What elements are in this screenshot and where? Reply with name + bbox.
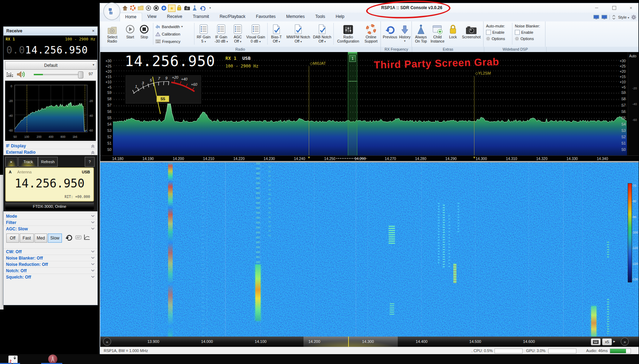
agc-row[interactable]: AGC: Slow [4,225,97,232]
app-menu-button[interactable] [103,2,120,20]
if-display-label[interactable]: IF Display [6,143,26,148]
cw-label[interactable]: CW: Off [6,249,21,254]
style-menu[interactable]: Style ▾ [618,15,629,19]
speaker-icon[interactable] [17,71,25,78]
mixer-icon[interactable] [6,72,13,77]
dab-notch-button[interactable]: DAB NotchOff ▾ [312,22,332,45]
tab-rec-playback[interactable]: Rec/Playback [214,13,250,21]
if-gain-button[interactable]: IF Gain-30 dB ▾ [212,22,230,45]
monitor-2-icon[interactable] [601,15,607,20]
taskbar-app-icon[interactable]: 2 [8,356,18,363]
screenshot-button[interactable]: Screenshot [460,22,483,45]
expand-icon[interactable] [91,221,95,223]
expand-icon[interactable] [91,250,95,253]
stop-button[interactable]: Stop [138,22,151,45]
auto-gain-label[interactable]: Auto [629,54,637,58]
waterfall-navigator[interactable]: 13.90014.00014.10014.20014.30014.40014.5… [100,337,639,347]
minimize-button[interactable] [591,5,602,11]
noise-blanker-label[interactable]: Noise Blanker: Off [6,256,43,261]
nav-keyboard-button[interactable] [591,338,601,345]
toolbar-more-icon[interactable]: ▾ [207,5,213,11]
expand-icon[interactable] [91,228,95,230]
close-button[interactable]: × [626,5,636,11]
squelch-label[interactable]: Squelch: Off [6,275,31,280]
favourite-star-icon[interactable]: ★ [168,5,175,12]
settings-gear-icon[interactable] [631,15,636,20]
marker-line-yl2sm[interactable] [474,76,474,155]
receive-panel-close-icon[interactable]: × [92,28,95,33]
support-ring-icon[interactable] [129,5,136,11]
squelch-row[interactable]: Squelch: Off [4,274,97,280]
if-display-row[interactable]: IF Display [4,142,97,149]
camera-icon[interactable] [184,5,190,11]
tab-receive[interactable]: Receive [162,13,187,21]
marker-line-mi0jat[interactable] [309,66,309,155]
rf-gain-button[interactable]: RF Gain5 ▾ [196,22,212,45]
history-button[interactable]: History▾ [398,22,411,45]
add-icon[interactable] [160,5,167,11]
agc-button-med[interactable]: Med [34,234,47,243]
agc-label[interactable]: AGC: Slow [6,226,28,231]
noise-reduction-row[interactable]: Noise Reduction: Off [4,261,97,268]
marker-yl2sm[interactable]: ◇YL2SM [475,71,491,76]
cw-row[interactable]: CW: Off [4,248,97,255]
bias-t-button[interactable]: Bias-TOff ▾ [269,22,284,45]
online-support-button[interactable]: OnlineSupport [362,22,380,45]
agc-button-fast[interactable]: Fast [20,234,34,243]
graph-settings-icon[interactable] [84,234,90,240]
tab-help[interactable]: Help [331,13,350,21]
collapse-ribbon-icon[interactable] [612,15,616,20]
refresh-button[interactable]: Refresh [38,157,58,167]
nav-expand-icon[interactable]: ▸ [613,339,615,344]
child-instance-button[interactable]: ChildInstance [429,22,446,45]
stop-icon[interactable] [153,5,159,11]
auto-mute-options[interactable]: Options [486,36,511,42]
tab-transmit[interactable]: Transmit [187,13,214,21]
select-radio-button[interactable]: SelectRadio [103,22,121,45]
marker-mi0jat[interactable]: ◇MI0JAT [310,61,326,66]
radio-configuration-button[interactable]: RadioConfiguration [335,22,362,45]
undo-icon[interactable] [199,5,206,11]
expand-icon[interactable] [91,276,95,278]
start-button[interactable]: Start [123,22,137,45]
taskbar-radio-icon[interactable] [48,355,57,364]
volume-thumb[interactable] [78,71,83,78]
tab-home[interactable]: Home [120,13,142,22]
visual-gain-button[interactable]: Visual Gain0 dB ▾ [245,22,266,45]
ext-play-button[interactable]: ► [5,157,18,167]
lock-icon[interactable] [176,5,183,11]
external-radio-label[interactable]: External Radio [6,150,36,155]
filter-row[interactable]: Filter [4,219,97,226]
tab-tools[interactable]: Tools [310,13,331,21]
spectrum-frequency-scale[interactable]: ▼ ▼ 14.18014.19014.20014.21014.22014.230… [100,155,639,161]
expand-icon[interactable] [91,257,95,259]
nav-scroll-right-button[interactable]: » [621,338,629,346]
collapse-icon[interactable] [91,151,95,154]
tab-favourites[interactable]: Favourites [251,13,281,21]
antenna-person-icon[interactable] [191,5,198,11]
noise-blanker-checkbox[interactable] [515,30,520,35]
maximize-button[interactable] [609,5,619,11]
noise-blanker-options[interactable]: Options [515,36,544,42]
calibration-button[interactable]: Calibration [155,30,183,38]
preset-dropdown[interactable]: Default ▾ [5,61,97,70]
rx-frequency-value[interactable]: 0.014.256.950 [6,44,88,56]
auto-mute-enable[interactable]: Enable [486,29,511,36]
noise-blanker-row[interactable]: Noise Blanker: Off [4,255,97,261]
filter-label[interactable]: Filter [6,220,16,225]
bandwidth-button[interactable]: Bandwidth▾ [155,23,183,30]
mwfm-notch-button[interactable]: MW/FM NotchOff ▾ [285,22,312,45]
spectrum-display[interactable]: +30+25+20+15+10+5S9S8S7S6S5S4S3S2S1S0 +3… [100,52,639,155]
rx-frequency-display[interactable]: RX 1 100 - 2900 Hz 0.014.256.950 [4,36,97,60]
tab-memories[interactable]: Memories [281,13,310,21]
volume-slider[interactable] [34,74,83,75]
home-icon[interactable] [122,5,128,11]
agc-button-slow[interactable]: Slow [48,234,62,243]
lock-button[interactable]: Lock [447,22,459,45]
noise-reduction-label[interactable]: Noise Reduction: Off [6,262,48,267]
tab-view[interactable]: View [142,13,162,21]
track-button[interactable]: Track [18,157,38,167]
play-icon[interactable] [145,5,152,11]
meter-settings-icon[interactable] [75,235,82,240]
monitor-icon[interactable] [593,15,599,20]
